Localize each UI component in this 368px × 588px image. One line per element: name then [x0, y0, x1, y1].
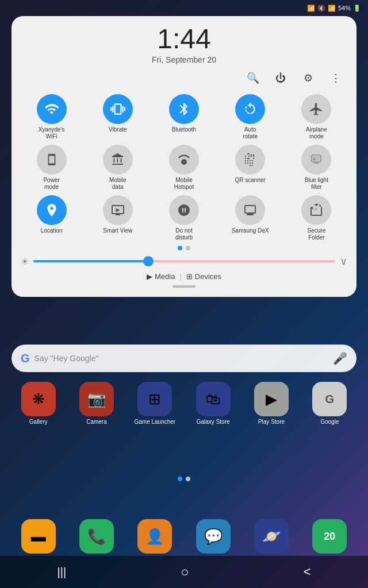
devices-button[interactable]: ⊞ Devices [186, 272, 221, 281]
playstore-label: Play Store [258, 419, 285, 425]
galaxystore-icon: 🛍 [196, 382, 231, 416]
dock-contacts[interactable]: 📞 [79, 519, 114, 554]
smartview-icon-circle [103, 195, 133, 225]
more-action-button[interactable]: ⋮ [327, 69, 345, 87]
location-icon-circle [37, 195, 67, 225]
devices-label: Devices [195, 272, 221, 281]
dock-phone[interactable]: ▬ [21, 519, 56, 554]
samsungdex-label: Samsung DeX [232, 227, 269, 234]
qrscanner-label: QR scanner [235, 177, 266, 184]
airplane-label: Airplanemode [306, 126, 327, 140]
securefolder-icon-circle [301, 195, 331, 225]
brightness-expand-button[interactable]: ∨ [340, 255, 347, 268]
calendar-icon: 20 [312, 519, 347, 554]
gamelauncher-icon: ⊞ [137, 382, 172, 416]
divider: | [179, 272, 181, 281]
app-gamelauncher[interactable]: ⊞ Game Launcher [134, 382, 175, 425]
brightness-thumb[interactable] [143, 256, 154, 266]
vibrate-label: Vibrate [109, 126, 127, 133]
bluelightfilter-icon-circle: B [301, 145, 331, 175]
toggle-bluelightfilter[interactable]: B Blue lightfilter [286, 145, 347, 191]
signal-icon: 📶 [328, 5, 336, 12]
powermode-icon-circle [37, 145, 67, 175]
dock-calendar[interactable]: 20 [312, 519, 347, 554]
samsungdex-icon-circle [235, 195, 265, 225]
bluelightfilter-label: Blue lightfilter [305, 177, 328, 191]
time-display: 1:44 Fri, September 20 [21, 25, 347, 64]
wifi-label: Xyanyde'sWiFi [39, 126, 65, 140]
app-playstore[interactable]: ▶ Play Store [254, 382, 289, 425]
phone-icon: ▬ [21, 519, 56, 554]
toggle-donotdisturb[interactable]: Do notdisturb [153, 195, 214, 241]
dock-people[interactable]: 👤 [137, 519, 172, 554]
toggle-smartview[interactable]: Smart View [87, 195, 148, 241]
media-play-icon: ▶ [147, 272, 152, 281]
brightness-slider[interactable] [33, 260, 335, 262]
bluetooth-label: Bluetooth [172, 126, 196, 133]
toggle-vibrate[interactable]: Vibrate [87, 94, 148, 140]
playstore-icon: ▶ [254, 382, 289, 416]
dock-messages[interactable]: 💬 [196, 519, 231, 554]
page-dot-1 [178, 246, 182, 250]
toggle-mobiledata[interactable]: Mobiledata [87, 145, 148, 191]
camera-label: Camera [86, 419, 107, 425]
dock-samsung[interactable]: 🪐 [254, 519, 289, 554]
toggle-qrscanner[interactable]: QR scanner [220, 145, 281, 191]
toggle-bluetooth[interactable]: Bluetooth [153, 94, 214, 140]
media-button[interactable]: ▶ Media [147, 272, 175, 281]
toggle-autorotate[interactable]: Autorotate [220, 94, 281, 140]
microphone-icon[interactable]: 🎤 [333, 351, 347, 365]
toggle-airplane[interactable]: Airplanemode [286, 94, 347, 140]
gallery-icon: ❋ [21, 382, 56, 416]
toggle-mobilehotspot[interactable]: MobileHotspot [153, 145, 214, 191]
galaxystore-label: Galaxy Store [197, 419, 230, 425]
back-icon: < [304, 564, 311, 579]
google-icon: G [312, 382, 347, 416]
recents-icon: ||| [57, 566, 67, 578]
toggle-securefolder[interactable]: SecureFolder [286, 195, 347, 241]
mobilehotspot-label: MobileHotspot [174, 177, 194, 191]
powermode-label: Powermode [43, 177, 59, 191]
app-google[interactable]: G Google [312, 382, 347, 425]
google-search-bar[interactable]: G Say "Hey Google" 🎤 [12, 345, 356, 372]
autorotate-label: Autorotate [243, 126, 258, 140]
media-devices-row: ▶ Media | ⊞ Devices [21, 272, 347, 281]
app-camera[interactable]: 📷 Camera [79, 382, 114, 425]
toggle-location[interactable]: Location [21, 195, 82, 241]
messages-icon: 💬 [196, 519, 231, 554]
power-action-button[interactable]: ⏻ [271, 69, 290, 87]
media-label: Media [155, 272, 175, 281]
status-icons: 📶 🔇 📶 54% 🔋 [307, 5, 361, 12]
app-galaxystore[interactable]: 🛍 Galaxy Store [196, 382, 231, 425]
smartview-label: Smart View [103, 227, 132, 234]
mobiledata-label: Mobiledata [109, 177, 126, 191]
gamelauncher-label: Game Launcher [134, 419, 175, 425]
gallery-label: Gallery [29, 419, 48, 425]
panel-actions: 🔍 ⏻ ⚙ ⋮ [21, 69, 347, 87]
google-placeholder: Say "Hey Google" [34, 354, 328, 363]
vibrate-icon-circle [103, 94, 133, 124]
donotdisturb-label: Do notdisturb [175, 227, 193, 241]
app-gallery[interactable]: ❋ Gallery [21, 382, 56, 425]
toggles-grid: Xyanyde'sWiFi Vibrate Bluetooth [21, 94, 347, 241]
recents-button[interactable]: ||| [44, 561, 80, 583]
quick-settings-panel: 1:44 Fri, September 20 🔍 ⏻ ⚙ ⋮ Xyanyde's… [12, 16, 356, 297]
home-button[interactable]: ○ [167, 559, 203, 585]
app-dot-2 [186, 477, 190, 481]
samsung-icon: 🪐 [254, 519, 289, 554]
donotdisturb-icon-circle [169, 195, 199, 225]
google-logo: G [21, 352, 30, 365]
settings-action-button[interactable]: ⚙ [299, 69, 317, 87]
qrscanner-icon-circle [235, 145, 265, 175]
toggle-powermode[interactable]: Powermode [21, 145, 82, 191]
airplane-icon-circle [301, 94, 331, 124]
page-dot-2 [186, 246, 190, 250]
app-grid: ❋ Gallery 📷 Camera ⊞ Game Launcher 🛍 Gal… [12, 382, 356, 425]
search-action-button[interactable]: 🔍 [244, 69, 262, 87]
toggle-samsungdex[interactable]: Samsung DeX [220, 195, 281, 241]
page-dots [21, 246, 347, 250]
battery-text: 54% [338, 5, 351, 11]
toggle-wifi[interactable]: Xyanyde'sWiFi [21, 94, 82, 140]
back-button[interactable]: < [290, 560, 325, 584]
brightness-row: ☀ ∨ [21, 255, 347, 268]
